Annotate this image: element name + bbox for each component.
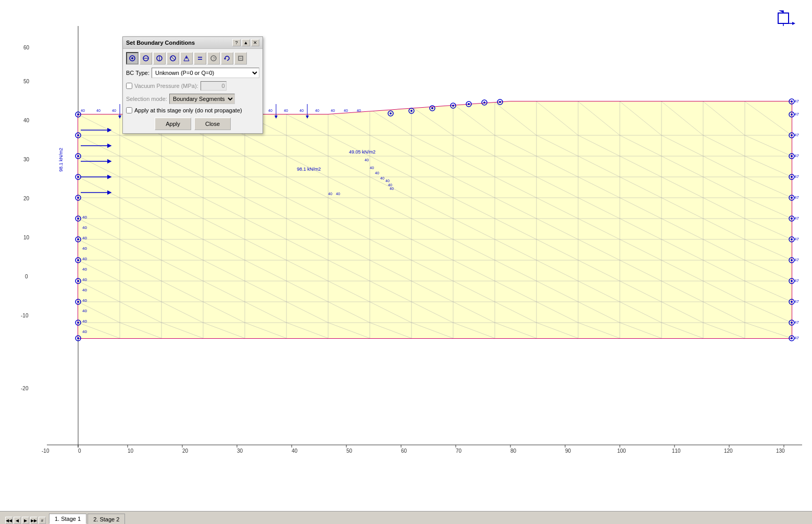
svg-point-386 [468,103,470,105]
svg-point-325 [77,337,79,339]
svg-text:47: 47 [794,320,799,325]
main-canvas: 60 50 40 30 20 10 0 -10 -20 -10 0 10 20 … [0,0,812,500]
close-button[interactable]: Close [194,118,231,130]
button-row: Apply Close [126,118,259,130]
svg-text:30: 30 [237,448,243,454]
svg-point-307 [77,155,79,157]
svg-text:100: 100 [617,448,626,454]
tab-prev-button[interactable]: ◀ [14,517,21,524]
svg-text:40: 40 [96,109,101,112]
tool-btn-5[interactable] [180,52,193,65]
svg-text:60: 60 [23,45,30,50]
svg-text:?: ? [213,56,216,61]
dialog-collapse-button[interactable]: ▲ [242,39,250,46]
tool-btn-2[interactable] [140,52,152,65]
svg-point-406 [186,57,188,59]
svg-marker-417 [792,22,795,25]
tab-list-button[interactable]: # [39,517,46,524]
svg-point-303 [77,113,79,116]
svg-text:40: 40 [380,176,384,180]
tab-stage-2[interactable]: 2. Stage 2 [88,514,125,524]
svg-point-390 [499,101,501,103]
propagate-checkbox[interactable] [126,107,132,113]
svg-text:40: 40 [82,329,87,334]
svg-text:20: 20 [23,196,30,201]
tool-btn-4[interactable] [167,52,179,65]
svg-text:40: 40 [268,109,272,112]
svg-text:40: 40 [82,309,87,313]
svg-point-363 [791,337,793,339]
compass-indicator [770,10,796,36]
tool-btn-1[interactable] [126,52,139,65]
dialog-title: Set Boundary Conditions [126,40,231,46]
vacuum-label: Vacuum Pressure (MPa): [134,83,198,89]
svg-text:47: 47 [794,299,799,304]
svg-text:40: 40 [370,166,374,170]
vacuum-pressure-row: Vacuum Pressure (MPa): [126,81,259,91]
svg-text:-10: -10 [21,313,29,318]
svg-point-343 [791,134,793,136]
vacuum-input[interactable] [201,81,227,91]
svg-point-349 [791,197,793,199]
svg-line-405 [171,57,174,60]
tool-btn-7[interactable]: ? [207,52,220,65]
bc-type-row: BC Type: Unknown (P=0 or Q=0) Pressure F… [126,68,259,78]
svg-text:47: 47 [794,237,799,241]
selection-mode-select[interactable]: Boundary Segments Nodes Elements [169,94,235,104]
svg-text:-10: -10 [42,448,49,454]
tab-next-button[interactable]: ▶ [22,517,29,524]
dialog-titlebar[interactable]: Set Boundary Conditions ? ▲ ✕ [123,37,263,49]
vacuum-checkbox[interactable] [126,83,132,89]
svg-point-317 [77,259,79,261]
svg-text:40: 40 [82,319,87,324]
propagate-label: Apply at this stage only (do not propaga… [134,107,242,113]
svg-point-347 [791,176,793,178]
tab-stage-1[interactable]: 1. Stage 1 [49,514,86,524]
svg-point-378 [390,112,392,114]
apply-button[interactable]: Apply [155,118,191,130]
svg-text:40: 40 [82,288,87,292]
svg-text:40: 40 [375,171,379,175]
tool-btn-9[interactable] [234,52,247,65]
tab-first-button[interactable]: ◀◀ [5,517,13,524]
svg-text:40: 40 [328,192,332,196]
svg-text:70: 70 [456,448,462,454]
propagate-checkbox-row: Apply at this stage only (do not propaga… [126,107,259,113]
svg-text:47: 47 [794,258,799,262]
svg-marker-52 [78,101,792,338]
svg-point-311 [77,197,79,199]
bc-type-select[interactable]: Unknown (P=0 or Q=0) Pressure Flow [152,68,259,78]
svg-text:40: 40 [388,183,392,187]
svg-text:47: 47 [794,216,799,221]
svg-text:40: 40 [315,109,319,112]
dialog-close-button[interactable]: ✕ [251,39,259,46]
svg-text:0: 0 [25,274,28,279]
svg-point-323 [77,322,79,324]
svg-text:10: 10 [128,448,134,454]
svg-marker-411 [224,58,226,60]
svg-text:49.05 kN/m2: 49.05 kN/m2 [349,149,376,155]
svg-text:40: 40 [284,109,288,112]
svg-point-319 [77,280,79,282]
tool-btn-6[interactable] [194,52,206,65]
svg-text:30: 30 [23,157,30,162]
svg-text:98.1 kN/m2: 98.1 kN/m2 [58,148,64,172]
svg-point-305 [77,134,79,136]
tool-btn-8[interactable] [221,52,233,65]
svg-text:40: 40 [336,192,340,196]
svg-text:40: 40 [365,158,369,162]
svg-point-345 [791,155,793,157]
bc-type-label: BC Type: [126,70,149,76]
svg-text:40: 40 [385,179,390,183]
svg-text:40: 40 [82,246,87,251]
svg-text:40: 40 [81,109,85,112]
svg-point-309 [77,176,79,178]
tool-btn-3[interactable] [153,52,166,65]
svg-text:0: 0 [78,448,81,454]
svg-point-388 [483,101,485,104]
tab-last-button[interactable]: ▶▶ [30,517,38,524]
svg-point-399 [131,57,133,59]
tab-controls: ◀◀ ◀ ▶ ▶▶ # [5,517,46,524]
dialog-help-button[interactable]: ? [232,39,241,46]
svg-text:40: 40 [82,257,87,261]
